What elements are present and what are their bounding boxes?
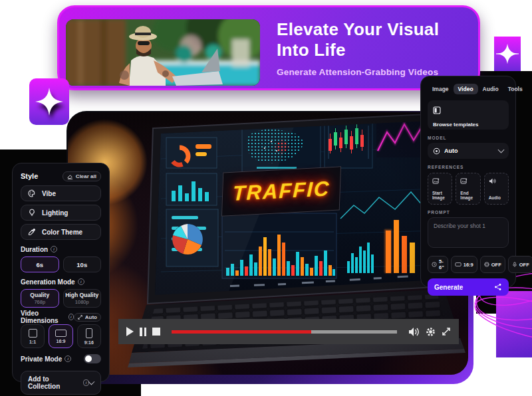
high-quality-1080p-button[interactable]: High Quality 1080p [63,289,102,308]
palette-icon [28,189,36,197]
browse-templates-button[interactable]: Browse templates [428,100,509,130]
image-plus-icon [460,177,467,185]
video-preview[interactable]: TRAFFIC [68,112,468,375]
sparkle-badge-left [29,78,69,125]
prompt-input[interactable] [428,217,509,248]
duration-10s-button[interactable]: 10s [63,256,102,272]
style-panel: Style Clear all Vibe Lighting [12,163,110,382]
prompt-label: PROMPT [428,210,509,215]
tab-video[interactable]: Video [454,84,478,94]
info-icon: i [68,314,74,320]
clock-icon [432,262,437,267]
ratio-chip[interactable]: 16:9 [451,256,477,273]
expand-icon [78,315,82,320]
progress-bar[interactable] [172,330,397,334]
voice-icon [512,262,517,267]
info-icon: i [51,246,57,252]
style-option-vibe[interactable]: Vibe [21,185,101,201]
portrait-ratio-icon [86,328,92,338]
model-auto-icon [433,148,440,155]
model-label: MODEL [428,136,509,140]
eraser-icon [67,173,73,179]
duration-chip[interactable]: 5-6" [428,256,448,273]
video-preview-frame: TRAFFIC [66,111,473,384]
quality-768p-button[interactable]: Quality 768p [21,289,59,308]
style-panel-title: Style [21,172,38,180]
info-icon: i [78,278,84,285]
banner-title: Elevate Your Visual Into Life [277,19,469,60]
page: Elevate Your Visual Into Life Generate A… [0,0,532,396]
settings-gear-icon[interactable] [426,327,436,337]
color-dropper-icon [28,228,36,236]
add-to-collection-button[interactable]: Add to Collection i [21,371,101,395]
end-image-upload[interactable]: End Image [456,173,480,205]
sparkle-badge-right [494,37,521,71]
private-mode-label: Private Mode [21,355,62,363]
generator-panel: Image Video Audio Tools Browse templates… [420,76,516,288]
tab-tools[interactable]: Tools [503,84,527,94]
sparkle-dots-icon [494,283,502,291]
lightbulb-icon [28,209,36,217]
video-player-bar [118,319,459,344]
auto-dimensions-button[interactable]: Auto [74,313,101,322]
style-option-color-theme[interactable]: Color Theme [21,224,101,240]
landscape-ratio-icon [55,330,66,337]
sparkle-icon [496,43,519,65]
duration-label: Duration [21,246,48,253]
style-option-lighting[interactable]: Lighting [21,205,101,221]
tab-audio[interactable]: Audio [478,84,503,94]
chevron-down-icon [498,147,505,153]
model-dropdown[interactable]: Auto [428,143,509,159]
fullscreen-icon[interactable] [442,327,451,336]
voice-chip[interactable]: OFF [508,256,532,273]
speaker-icon [489,177,496,185]
sparkle-icon [35,88,63,116]
generator-tabs: Image Video Audio Tools [428,83,509,95]
camera-motion-chip[interactable]: OFF [480,256,505,273]
private-mode-toggle[interactable] [84,354,101,363]
stop-button[interactable] [152,328,160,336]
toggle-knob [85,355,92,362]
generation-mode-label: Generation Mode [21,278,75,286]
tab-image[interactable]: Image [428,84,454,94]
start-image-upload[interactable]: Start Image [428,173,452,205]
templates-icon [433,106,441,114]
hero-photo [66,19,260,86]
hero-banner: Elevate Your Visual Into Life Generate A… [57,5,480,90]
pause-button[interactable] [140,328,146,336]
play-button[interactable] [126,327,134,336]
info-icon: i [65,355,71,362]
ratio-16-9-button[interactable]: 16:9 [49,324,72,348]
video-dimensions-label: Video Dimensions [21,310,66,324]
volume-icon[interactable] [408,327,420,337]
audio-upload[interactable]: Audio [484,173,509,205]
player-progress-fill [172,330,311,334]
square-ratio-icon [29,329,37,338]
generate-button[interactable]: Generate [428,278,509,296]
references-label: REFERENCES [428,165,509,169]
image-plus-icon [432,177,440,185]
camera-motion-icon [484,262,489,267]
aspect-ratio-icon [455,262,462,267]
ratio-1-1-button[interactable]: 1:1 [21,324,45,348]
ratio-9-16-button[interactable]: 9:16 [77,324,101,348]
duration-6s-button[interactable]: 6s [21,256,59,272]
clear-all-button[interactable]: Clear all [63,171,101,181]
